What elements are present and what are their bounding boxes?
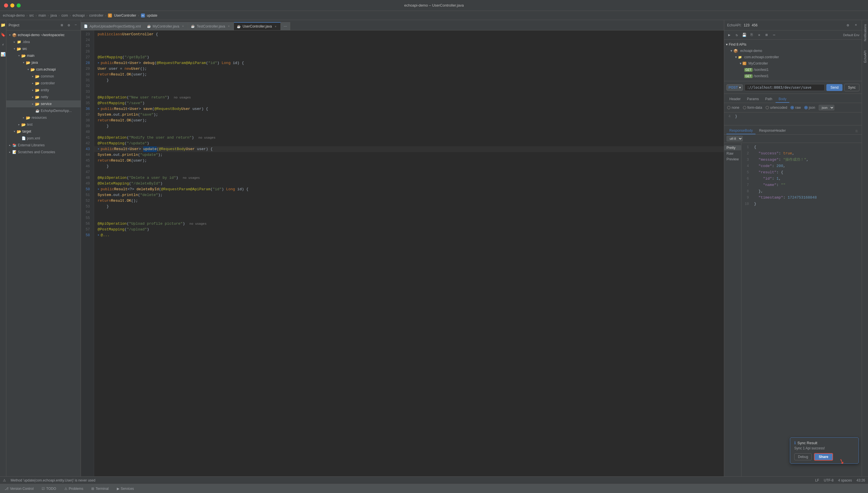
json-type-select[interactable]: json text xml (819, 105, 834, 110)
more-icon[interactable]: ⋯ (771, 32, 777, 38)
breadcrumb-echoapi[interactable]: echoapi (72, 14, 85, 18)
response-section: ResponseBody ResponseHeader ⎘ utf-8 gbk … (724, 125, 862, 476)
breadcrumb-usercontroller[interactable]: UserController (114, 14, 136, 18)
view-preview[interactable]: Preview (724, 157, 741, 162)
breadcrumb-update[interactable]: update (147, 14, 157, 18)
close-toolbar-icon[interactable]: ✕ (756, 32, 762, 38)
resp-tab-header[interactable]: ResponseHeader (756, 127, 788, 134)
debug-button[interactable]: Debug (794, 453, 812, 460)
breadcrumb-main[interactable]: main (39, 14, 46, 18)
copy-icon[interactable]: ⎘ (749, 32, 755, 38)
tab-terminal[interactable]: ⊞ Terminal (89, 484, 110, 493)
tree-item-com-echoapi[interactable]: ▾ 📂 com.echoapi (6, 66, 81, 73)
sync-popup-message: Sync 1 Api success! (794, 446, 854, 450)
breadcrumb-src[interactable]: src (29, 14, 34, 18)
sidebar-close-btn[interactable]: − (73, 23, 78, 28)
tree-item-echoapidemo[interactable]: ▸ ☕ EchoApiDemoApp... (6, 107, 81, 114)
sidebar-collapse-btn[interactable]: ⊞ (59, 23, 65, 28)
api-tree-root[interactable]: ▾ 📦 echoapi-demo (726, 48, 860, 54)
share-button[interactable]: Share (814, 453, 833, 460)
tree-item-idea[interactable]: ▸ 📁 .idea (6, 39, 81, 45)
settings-icon[interactable]: ⚙ (845, 22, 851, 28)
url-input[interactable] (745, 84, 825, 91)
api-tree-package[interactable]: ▾ 📁 com.echoapi.controller (726, 54, 860, 60)
api-item-get2[interactable]: GET /son/test1 (726, 73, 860, 79)
vtab-echoapi[interactable]: EchoAPI (863, 49, 867, 65)
method-select[interactable]: POST ▾ (726, 84, 743, 91)
echoapi-count2: 456 (752, 23, 758, 27)
maximize-button[interactable] (17, 3, 21, 7)
todo-icon: ☑ (42, 487, 45, 491)
tree-item-root[interactable]: ▾ 📦 echoapi-demo ~/workspace/ec (6, 31, 81, 39)
tab-more[interactable]: ⋯ (281, 22, 290, 30)
tree-item-common[interactable]: ▸ 📂 common (6, 73, 81, 80)
vtab-notifications[interactable]: Notifications (863, 22, 867, 43)
tab-problems[interactable]: ⚠ Problems (63, 484, 85, 493)
tree-item-scratches[interactable]: ▸ 📝 Scratches and Consoles (6, 149, 81, 155)
send-toolbar-icon[interactable]: ▶ (726, 32, 732, 38)
body-opt-none[interactable]: none (727, 106, 739, 110)
tree-item-netty[interactable]: ▸ 📂 netty (6, 93, 81, 101)
tab-services[interactable]: ▶ Services (115, 484, 136, 493)
tree-item-test[interactable]: ▸ 📂 test (6, 121, 81, 128)
close-button[interactable] (4, 3, 8, 7)
view-raw[interactable]: Raw (724, 151, 741, 156)
tree-item-target[interactable]: ▾ 📂 target (6, 128, 81, 135)
minimize-button[interactable] (10, 3, 14, 7)
send-button[interactable]: Send (826, 84, 843, 91)
save-icon[interactable]: 💾 (741, 32, 747, 38)
tree-item-resources[interactable]: ▸ 📂 resources (6, 114, 81, 121)
terminal-icon[interactable]: ⊞ (764, 32, 769, 38)
line-num-26: 26 (81, 49, 91, 55)
refresh-icon[interactable]: ↻ (734, 32, 740, 38)
close-icon[interactable]: × (853, 22, 859, 28)
radio-none (727, 106, 731, 109)
resp-tab-body[interactable]: ResponseBody (726, 127, 756, 134)
body-opt-form-data[interactable]: form-data (743, 106, 762, 110)
tree-item-src[interactable]: ▾ 📂 src (6, 45, 81, 52)
project-folder-icon: 📦 (12, 33, 17, 37)
body-opt-urlencoded[interactable]: urlencoded (765, 106, 787, 110)
tab-testcontroller[interactable]: ☕ TestController.java × (188, 22, 234, 30)
encoding-select[interactable]: utf-8 gbk (726, 136, 743, 142)
body-opt-raw[interactable]: raw (790, 106, 801, 110)
tree-item-service[interactable]: ▸ 📂 service (6, 101, 81, 107)
tree-item-java[interactable]: ▾ 📂 java (6, 59, 81, 66)
sync-button[interactable]: Sync (844, 84, 860, 91)
resp-copy-btn[interactable]: ⎘ (854, 129, 860, 134)
tab-version-control[interactable]: ⎇ Version Control (3, 484, 35, 493)
tab-close-mycontroller[interactable]: × (181, 24, 185, 28)
tab-close-usercontroller[interactable]: × (274, 24, 278, 28)
tab-mycontroller[interactable]: ☕ MyController.java × (144, 22, 188, 30)
tree-item-pom[interactable]: ▸ 📄 pom.xml (6, 135, 81, 142)
tab-usercontroller[interactable]: ☕ UserController.java × (234, 22, 281, 30)
project-icon[interactable]: 📁 (1, 22, 6, 27)
bookmark-icon[interactable]: 🔖 (1, 32, 6, 37)
sidebar-settings-btn[interactable]: ⚙ (66, 23, 71, 28)
breadcrumb-com[interactable]: com (61, 14, 68, 18)
req-tab-header[interactable]: Header (726, 96, 743, 103)
tab-apifox-xml[interactable]: 📄 ApifoxUploaderProjectSetting.xml (81, 22, 144, 30)
api-item-get1[interactable]: GET /son/test1 (726, 67, 860, 73)
api-tree-controller[interactable]: ▾ C MyController (726, 60, 860, 67)
structure-icon[interactable]: ⚡ (1, 42, 6, 47)
coverage-icon[interactable]: 📊 (1, 52, 6, 57)
req-tab-body[interactable]: Body (776, 96, 789, 103)
req-tab-path[interactable]: Path (762, 96, 775, 103)
breadcrumb-java[interactable]: java (50, 14, 57, 18)
vc-icon: ⎇ (5, 487, 8, 491)
tab-todo[interactable]: ☑ TODO (40, 484, 58, 493)
tab-close-testcontroller[interactable]: × (227, 24, 231, 28)
find-apis-item[interactable]: ▾ Find 8 APIs (726, 41, 860, 48)
code-content[interactable]: public class UserController { @GetMappin… (94, 30, 724, 476)
tree-item-main[interactable]: ▾ 📂 main (6, 52, 81, 59)
req-tab-params[interactable]: Params (744, 96, 762, 103)
breadcrumb-project[interactable]: echoapi-demo (3, 14, 25, 18)
body-opt-json[interactable]: json (804, 106, 815, 110)
breadcrumb-icon-controller: C (108, 14, 112, 18)
tree-item-controller[interactable]: ▸ 📂 controller (6, 80, 81, 87)
view-pretty[interactable]: Pretty (724, 145, 741, 150)
tree-item-entity[interactable]: ▸ 📂 entity (6, 87, 81, 93)
tree-item-external-libs[interactable]: ▸ 📚 External Libraries (6, 142, 81, 149)
breadcrumb-controller[interactable]: controller (89, 14, 103, 18)
